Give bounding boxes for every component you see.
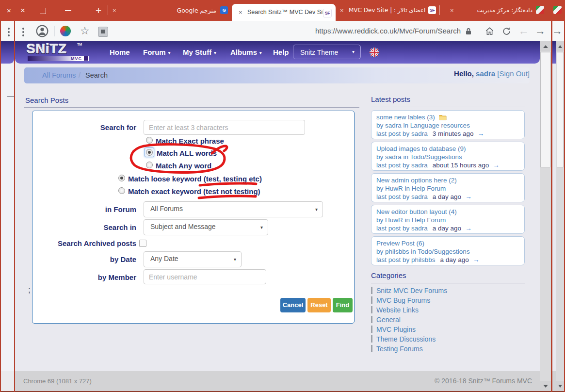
category-bar [371,296,372,304]
post-byline[interactable]: by sadra in Language resources [376,121,519,130]
post-title-link[interactable]: Preview Post (6) [376,239,519,247]
reset-button[interactable]: Reset [307,298,331,312]
address-bar-url[interactable]: https://www.reddick.co.uk/Mvc/Forum/Sear… [315,21,461,41]
page-scrollbar[interactable] [540,41,551,391]
go-to-post-arrow-icon[interactable]: → [473,256,480,263]
scroll-down-button[interactable] [540,381,551,391]
chevron-down-icon: ▾ [259,50,262,55]
find-button[interactable]: Find [333,298,353,312]
go-to-post-arrow-icon[interactable]: → [478,130,484,137]
tab-close-icon[interactable]: × [239,4,242,21]
reload-icon[interactable] [502,27,511,36]
by-date-select[interactable]: Any Date ▾ [144,251,242,267]
scroll-up-button[interactable] [556,41,564,51]
menu-kebab-icon-left-window[interactable] [8,28,10,30]
radio-circle-selected[interactable] [118,175,125,181]
nav-item-help[interactable]: Help [273,41,289,64]
tab-close-icon[interactable]: × [340,0,344,21]
uk-flag-icon[interactable] [369,47,380,58]
category-link[interactable]: General [376,316,401,324]
search-for-input[interactable] [144,120,305,135]
post-byline[interactable]: by philsbbs in Todo/Suggestions [376,247,519,256]
lock-icon[interactable] [465,28,472,35]
scrollbar-thumb[interactable] [557,52,564,167]
search-for-label: Search for [32,123,136,131]
minimize-icon[interactable] [65,10,71,11]
last-post-link[interactable]: last post by sadra [376,162,428,169]
tab-close-icon[interactable]: × [113,0,116,21]
new-tab-button[interactable]: + [96,0,101,21]
sign-out-link[interactable]: [Sign Out] [497,69,530,78]
nav-item-forum[interactable]: Forum▾ [143,41,170,64]
extension-icon[interactable] [98,27,108,37]
nav-item-my-stuff[interactable]: My Stuff▾ [183,41,216,64]
category-link[interactable]: MVC Bug Forums [376,296,430,304]
tab-close-icon[interactable]: × [450,0,454,21]
breadcrumb-current: Search [85,67,108,83]
in-forum-select[interactable]: All Forums ▾ [144,201,323,217]
profile-icon[interactable] [36,25,48,37]
post-title-link[interactable]: some new lables (3) [376,114,435,121]
idm-extension-icon[interactable] [60,26,71,36]
cancel-button[interactable]: Cancel [280,298,306,312]
left-window-body-sliver [0,64,14,371]
latest-post-card[interactable]: New editor button layout (4) by HuwR in … [371,205,525,234]
latest-post-card[interactable]: Upload images to database (9) by sadra i… [371,142,525,171]
last-post-link[interactable]: last post by philsbbs [376,256,436,263]
chevron-down-icon: ▾ [315,202,318,217]
go-to-post-arrow-icon[interactable]: → [465,193,472,200]
back-icon[interactable]: → [535,21,546,41]
category-link[interactable]: Testing Forums [376,345,423,353]
radio-circle[interactable] [146,162,153,168]
go-to-post-arrow-icon[interactable]: → [493,162,500,169]
category-link[interactable]: MVC Plugins [376,326,416,333]
category-link[interactable]: Snitz MVC Dev Forums [376,287,447,294]
logo-text: SNiTZ [27,42,67,57]
greeting-username-link[interactable]: sadra [476,69,495,78]
home-icon[interactable] [485,27,494,36]
category-bar [371,345,372,352]
breadcrumb-all-forums-link[interactable]: All Forums [42,67,76,83]
search-in-select[interactable]: Subject and Message ▾ [144,219,268,235]
last-post-link[interactable]: last post by sadra [376,225,428,232]
tab-dadehnegar[interactable]: × داده‌نگار: مرکز مدیریت [442,0,548,21]
post-title-link[interactable]: New admin options here (2) [376,176,519,184]
partial-window-scrollbar[interactable] [556,41,564,391]
tab-mvc-dev-site[interactable]: × MVC Dev Site | : اعضای تالار SF [337,0,438,21]
close-button[interactable]: × [20,0,25,21]
category-link[interactable]: Theme Discussions [376,335,436,343]
post-title-link[interactable]: Upload images to database (9) [376,145,519,153]
menu-kebab-icon[interactable] [22,28,24,30]
scrollbar-thumb[interactable] [540,52,550,167]
latest-post-card[interactable]: some new lables (3) by sadra in Language… [371,110,525,139]
latest-post-card[interactable]: New admin options here (2) by HuwR in He… [371,173,525,202]
bookmark-star-icon[interactable]: ☆ [80,21,90,41]
last-post-link[interactable]: last post by sadra [376,130,428,137]
tab-google-translate[interactable]: × Google مترجم G [111,0,231,21]
snitz-logo[interactable]: SNiTZ TM MVC [27,43,95,63]
nav-item-home[interactable]: Home [110,41,130,64]
back-icon-partial-window[interactable]: → [552,21,563,41]
post-title-link[interactable]: New editor button layout (4) [376,208,519,216]
scroll-up-button[interactable] [540,41,551,51]
post-byline[interactable]: by HuwR in Help Forum [376,184,519,193]
tab-divider [108,5,108,15]
left-window-close-button[interactable]: × [7,0,11,21]
theme-select[interactable]: Snitz Theme ▾ [293,45,361,59]
search-archived-checkbox[interactable] [139,240,146,247]
latest-post-card[interactable]: Preview Post (6) by philsbbs in Todo/Sug… [371,236,525,265]
post-byline[interactable]: by HuwR in Help Forum [376,216,519,224]
radio-circle[interactable] [118,187,125,194]
category-link[interactable]: Website Links [376,306,419,314]
maximize-icon[interactable] [40,8,46,14]
post-byline[interactable]: by sadra in Todo/Suggestions [376,153,519,161]
scroll-down-button[interactable] [556,381,564,391]
last-post-link[interactable]: last post by sadra [376,193,428,200]
tab-search-snitz-active[interactable]: × Search Snitz™ MVC Dev Site SF [232,4,336,21]
go-to-post-arrow-icon[interactable]: → [465,225,472,232]
radio-circle[interactable] [146,137,153,144]
radio-circle-selected[interactable] [146,149,153,156]
by-member-input[interactable] [144,269,266,284]
latest-posts-heading: Latest posts [371,95,410,103]
nav-item-albums[interactable]: Albums▾ [230,41,262,64]
